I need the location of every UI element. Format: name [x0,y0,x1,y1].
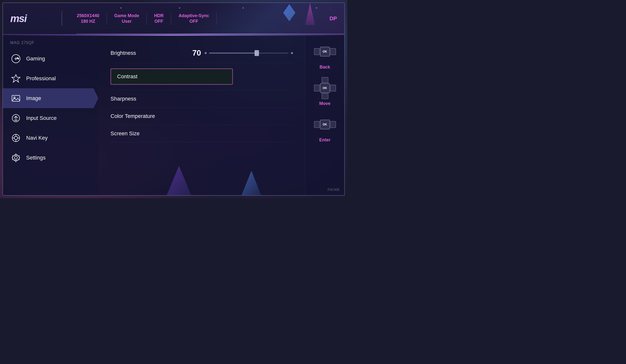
screen-size-row[interactable]: Screen Size [111,125,293,142]
slider-thumb[interactable] [255,50,259,56]
sharpness-label: Sharpness [111,96,189,102]
back-dpad[interactable]: OK [314,40,336,63]
enter-control[interactable]: OK Enter [314,114,336,143]
input-source-label: Input Source [26,115,57,121]
sidebar: MAG 275QF Gaming [3,36,98,195]
slider-fill [209,53,257,54]
brightness-value: 70 [189,48,201,57]
move-label: Move [319,101,330,106]
slider-track[interactable] [209,53,289,54]
svg-point-16 [14,156,17,159]
move-dpad-left [314,85,320,91]
brightness-row[interactable]: Brightness 70 [111,43,293,63]
color-temp-row[interactable]: Color Temperature [111,108,293,125]
enter-dpad-right [330,121,336,128]
move-dpad[interactable]: OK [314,77,336,99]
sidebar-item-professional[interactable]: Professional [3,69,98,88]
header: msi 2560X1440 180 HZ Game Mode User HDR … [3,3,344,35]
dpad-arm-left [314,48,320,55]
sharpness-row[interactable]: Sharpness [111,90,293,108]
move-dpad-bottom [321,93,328,99]
dpad-center-ok[interactable]: OK [320,47,330,56]
hdr-stat: HDR OFF [147,13,171,24]
gaming-label: Gaming [26,55,45,62]
input-source-icon [10,113,21,123]
contrast-label: Contrast [117,73,137,80]
move-dpad-center[interactable]: OK [320,83,330,93]
settings-panel: Brightness 70 Contrast S [98,36,305,195]
move-dpad-right [330,85,336,91]
svg-point-4 [18,58,19,59]
svg-rect-6 [12,95,20,101]
slider-left-dot [205,52,207,54]
monitor-model: MAG 275QF [3,40,98,49]
screen-size-label: Screen Size [111,130,189,137]
image-icon [10,93,21,104]
fw-version: FW.005 [328,188,339,192]
adaptive-sync-stat: Adaptive-Sync OFF [171,13,216,24]
settings-label: Settings [26,155,46,161]
dpad-arm-right [330,48,336,55]
contrast-selected-box[interactable]: Contrast [111,69,233,85]
brightness-slider[interactable] [205,52,293,54]
back-control[interactable]: OK Back [314,40,336,70]
right-panel: OK Back OK Move OK [305,36,344,195]
brightness-label: Brightness [111,50,189,56]
slider-right-dot [291,52,293,54]
svg-marker-5 [12,75,20,82]
resolution-stat: 2560X1440 180 HZ [70,13,107,24]
sidebar-item-gaming[interactable]: Gaming [3,49,98,69]
sidebar-item-image[interactable]: Image [3,88,98,108]
corner-geo-br [242,171,261,195]
professional-icon [10,73,21,84]
color-temp-label: Color Temperature [111,113,189,119]
game-mode-stat: Game Mode User [107,13,147,24]
msi-logo: msi [10,13,54,24]
back-label: Back [320,65,330,70]
sidebar-item-navi-key[interactable]: Navi Key [3,128,98,148]
settings-icon [10,152,21,163]
image-label: Image [26,95,41,102]
gaming-icon [10,53,21,64]
sidebar-item-settings[interactable]: Settings [3,148,98,167]
input-display: DP [329,15,337,22]
navi-key-label: Navi Key [26,135,48,141]
professional-label: Professional [26,75,56,82]
enter-dpad-center[interactable]: OK [320,120,330,129]
main-content: MAG 275QF Gaming [3,36,344,195]
move-control[interactable]: OK Move [314,77,336,106]
enter-label: Enter [319,137,330,143]
enter-dpad-left [314,121,320,128]
navi-key-icon [10,132,21,143]
corner-geo-bl [167,166,191,195]
move-dpad-top [321,77,328,83]
monitor-frame: msi 2560X1440 180 HZ Game Mode User HDR … [2,2,345,196]
sidebar-item-input-source[interactable]: Input Source [3,108,98,128]
contrast-row[interactable]: Contrast [111,63,293,90]
svg-point-11 [14,136,18,140]
enter-dpad[interactable]: OK [314,114,336,135]
header-info: 2560X1440 180 HZ Game Mode User HDR OFF … [54,11,337,26]
